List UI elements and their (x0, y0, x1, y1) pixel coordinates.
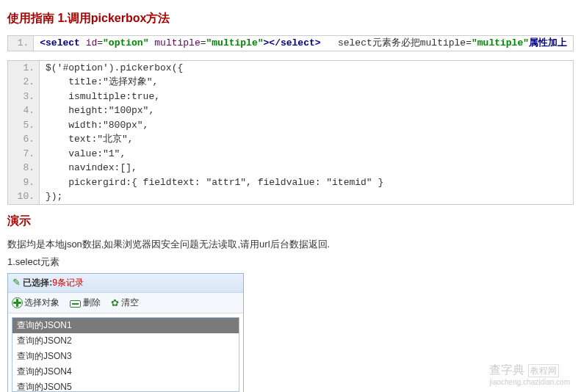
code-block-2: 1.$('#option').pickerbox({2. title:"选择对象… (7, 60, 574, 205)
code-token: id (80, 37, 97, 48)
clear-icon: ✿ (111, 297, 119, 308)
list-item[interactable]: 查询的JSON3 (12, 349, 239, 364)
section-heading-demo: 演示 (7, 214, 574, 229)
line-number: 1. (8, 60, 40, 75)
pickerbox-toolbar: 选择对象 删除 ✿ 清空 (8, 293, 243, 313)
pencil-icon: ✎ (12, 277, 21, 288)
code-token: <select (40, 37, 80, 48)
code-line: title:"选择对象", (40, 75, 574, 90)
delete-button[interactable]: 删除 (70, 297, 101, 309)
line-number: 9. (8, 175, 40, 190)
plus-icon (12, 298, 22, 308)
code-line: width:"800px", (40, 118, 574, 133)
code-token: select元素务必把multiple= (321, 37, 472, 48)
line-number: 3. (8, 90, 40, 104)
select-target-label: 选择对象 (24, 297, 59, 309)
code-line: value:"1", (40, 147, 574, 161)
code-token: 属性加上 (529, 37, 567, 48)
list-item[interactable]: 查询的JSON2 (12, 333, 239, 349)
list-item[interactable]: 查询的JSON5 (12, 380, 239, 392)
section-heading-usage: 使用指南 1.调用pickerbox方法 (7, 11, 574, 26)
pickerbox-list[interactable]: 查询的JSON1查询的JSON2查询的JSON3查询的JSON4查询的JSON5… (12, 317, 239, 392)
code-line: text:"北京", (40, 132, 574, 147)
demo-subheading-1: 1.select元素 (7, 255, 574, 269)
code-line: navindex:[], (40, 161, 574, 175)
line-number: 4. (8, 104, 40, 118)
minus-icon (70, 300, 81, 308)
watermark-url: jiaocheng.chazidian.com (489, 378, 570, 386)
list-item[interactable]: 查询的JSON4 (12, 364, 239, 380)
code-token: = (201, 37, 206, 48)
pickerbox-widget: ✎ 已选择:9条记录 选择对象 删除 ✿ 清空 查询的JSON1查询的JSON2… (7, 273, 244, 393)
watermark-suffix: 教程网 (528, 364, 559, 377)
code-token: "multiple" (472, 37, 529, 48)
code-line: pickergird:{ fieldtext: "attr1", fieldva… (40, 175, 574, 190)
clear-label: 清空 (121, 297, 139, 309)
line-number: 1. (8, 36, 34, 51)
watermark: 查字典 教程网 jiaocheng.chazidian.com (489, 363, 570, 386)
code-line: <select id="option" multiple="multiple">… (34, 36, 574, 51)
pickerbox-header: ✎ 已选择:9条记录 (8, 274, 243, 293)
line-number: 7. (8, 147, 40, 161)
line-number: 8. (8, 161, 40, 175)
code-line: ismultiple:true, (40, 90, 574, 104)
select-target-button[interactable]: 选择对象 (12, 297, 59, 309)
code-line: $('#option').pickerbox({ (40, 60, 574, 75)
pickerbox-header-prefix: 已选择: (23, 277, 52, 288)
delete-label: 删除 (83, 297, 101, 309)
code-line: }); (40, 189, 574, 204)
line-number: 6. (8, 132, 40, 147)
clear-button[interactable]: ✿ 清空 (111, 297, 139, 309)
code-line: height:"100px", (40, 104, 574, 118)
watermark-text: 查字典 (489, 363, 524, 376)
line-number: 2. (8, 75, 40, 90)
list-item[interactable]: 查询的JSON1 (12, 318, 239, 333)
code-token: = (97, 37, 103, 48)
code-token: "option" (103, 37, 148, 48)
line-number: 10. (8, 189, 40, 204)
code-token: "multiple" (206, 37, 264, 48)
code-token: ></select> (264, 37, 321, 48)
pickerbox-record-count: 9条记录 (52, 277, 84, 288)
code-token: multiple (148, 37, 200, 48)
code-block-1: 1. <select id="option" multiple="multipl… (7, 35, 574, 51)
demo-description: 数据均是本地json数据,如果浏览器因安全问题无法读取,请用url后台数据返回. (7, 238, 574, 251)
line-number: 5. (8, 118, 40, 133)
